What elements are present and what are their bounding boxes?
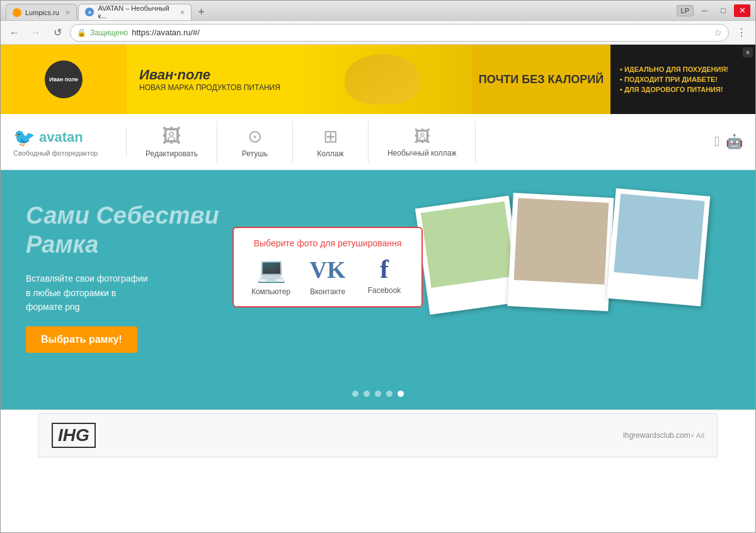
tab-avatan[interactable]: A AVATAN – Необычный к... × <box>78 4 192 20</box>
lock-icon: 🔒 <box>77 28 86 37</box>
bottom-ad: IHG ihgrewardsclub.com × Ad <box>1 410 755 460</box>
browser-window: Lumpics.ru × A AVATAN – Необычный к... ×… <box>0 0 756 533</box>
titlebar: Lumpics.ru × A AVATAN – Необычный к... ×… <box>1 1 755 21</box>
ihg-url: ihgrewardsclub.com <box>623 431 690 440</box>
android-icon: 🤖 <box>726 134 743 150</box>
photo-frame-3 <box>606 188 710 306</box>
ad-bullets-box: • ИДЕАЛЬНО ДЛЯ ПОХУДЕНИЯ! • ПОДХОДИТ ПРИ… <box>610 45 755 114</box>
ad-logo-area: Иван поле <box>1 45 127 114</box>
upload-computer-option[interactable]: 💻 Компьютер <box>249 256 293 296</box>
tab-favicon-lumpics <box>13 8 21 17</box>
apple-icon:  <box>714 134 719 150</box>
nav-edit[interactable]: 🖼 Редактировать <box>127 120 217 163</box>
close-button[interactable]: ✕ <box>734 4 750 17</box>
logo-subtitle: Свободный фоторедактор <box>13 149 98 157</box>
photo-frame-1 <box>415 195 523 314</box>
upload-options: 💻 Компьютер VK Вконтакте f Facebook <box>249 256 406 296</box>
nav-collage[interactable]: ⊞ Коллаж <box>293 121 369 163</box>
photo-frames-area <box>410 189 724 391</box>
logo-bird-icon: 🐦 <box>13 127 35 148</box>
tab-favicon-avatan: A <box>85 8 94 16</box>
upload-facebook-label: Facebook <box>368 286 401 295</box>
hero-section: Сами Себестви Рамка Вставляйте свои фото… <box>1 170 755 410</box>
url-text: https://avatan.ru/#/ <box>132 28 710 37</box>
maximize-button[interactable]: □ <box>715 4 731 17</box>
ad-brand-desc: НОВАЯ МАРКА ПРОДУКТОВ ПИТАНИЯ <box>139 83 280 92</box>
logo[interactable]: 🐦 avatan <box>13 127 83 148</box>
browser-content: Иван поле Иван·поле НОВАЯ МАРКА ПРОДУКТО… <box>1 45 755 532</box>
nav-retouch-label: Ретушь <box>242 149 268 158</box>
site-header: 🐦 avatan Свободный фоторедактор 🖼 Редакт… <box>1 114 755 170</box>
upload-computer-label: Компьютер <box>251 287 290 296</box>
hero-title-line1: Сами Себестви <box>26 202 353 231</box>
ad-bullet-1: • ИДЕАЛЬНО ДЛЯ ПОХУДЕНИЯ! <box>620 66 746 73</box>
logo-area: 🐦 avatan Свободный фоторедактор <box>13 127 127 157</box>
mobile-icons:  🤖 <box>714 134 743 150</box>
ihg-logo: IHG <box>52 423 96 448</box>
photo-frame-2 <box>507 193 614 311</box>
nav-unusual-collage[interactable]: 🖼 Необычный коллаж <box>369 122 476 163</box>
tab-label-lumpics: Lumpics.ru <box>25 9 59 16</box>
nav-retouch-icon: ⊙ <box>248 126 262 147</box>
ad-banner: Иван поле Иван·поле НОВАЯ МАРКА ПРОДУКТО… <box>1 45 755 114</box>
ad-brand-text-area: Иван·поле НОВАЯ МАРКА ПРОДУКТОВ ПИТАНИЯ <box>127 60 293 98</box>
hero-cta-button[interactable]: Выбрать рамку! <box>26 326 137 353</box>
tab-label-avatan: AVATAN – Необычный к... <box>98 4 173 20</box>
nav-edit-label: Редактировать <box>146 149 198 158</box>
nav-edit-icon: 🖼 <box>162 125 181 147</box>
laptop-icon: 💻 <box>256 256 286 284</box>
nav-unusual-icon: 🖼 <box>414 127 430 146</box>
ad-bullet-2: • ПОДХОДИТ ПРИ ДИАБЕТЕ! <box>620 76 746 83</box>
upload-modal: Выберите фото для ретушировання 💻 Компью… <box>232 227 423 307</box>
address-box[interactable]: 🔒 Защищено https://avatan.ru/#/ ☆ <box>70 24 729 42</box>
refresh-button[interactable]: ↺ <box>49 24 66 42</box>
nav-collage-label: Коллаж <box>317 149 343 158</box>
nav-retouch[interactable]: ⊙ Ретушь <box>217 121 293 163</box>
ad-brand-logo: Иван поле <box>45 60 83 98</box>
secure-label: Защищено <box>90 28 128 37</box>
facebook-icon: f <box>380 256 389 282</box>
minimize-button[interactable]: ─ <box>696 4 713 17</box>
window-controls: LP ─ □ ✕ <box>677 4 750 17</box>
nav-collage-icon: ⊞ <box>323 126 338 147</box>
upload-vk-option[interactable]: VK Вконтакте <box>306 256 350 296</box>
ad-highlight-box: ПОЧТИ БЕЗ КАЛОРИЙ <box>472 45 610 114</box>
logo-text: avatan <box>39 129 83 146</box>
upload-vk-label: Вконтакте <box>310 287 345 296</box>
upload-facebook-option[interactable]: f Facebook <box>362 256 406 296</box>
addressbar: ← → ↺ 🔒 Защищено https://avatan.ru/#/ ☆ … <box>1 21 755 45</box>
nav-items: 🖼 Редактировать ⊙ Ретушь ⊞ Коллаж 🖼 Необ… <box>127 120 714 163</box>
browser-menu-button[interactable]: ⋮ <box>733 24 750 42</box>
vk-icon: VK <box>310 256 346 284</box>
hero-right <box>378 170 755 410</box>
back-button[interactable]: ← <box>6 24 23 42</box>
ad-food-image <box>293 45 472 114</box>
tab-close-avatan[interactable]: × <box>180 8 185 17</box>
new-tab-button[interactable]: + <box>193 4 209 20</box>
tab-bar: Lumpics.ru × A AVATAN – Необычный к... ×… <box>6 1 674 20</box>
bottom-ad-close[interactable]: × Ad <box>690 432 704 439</box>
user-label: LP <box>677 5 694 16</box>
ad-highlight-text: ПОЧТИ БЕЗ КАЛОРИЙ <box>479 73 604 86</box>
ad-bullet-3: • ДЛЯ ЗДОРОВОГО ПИТАНИЯ! <box>620 86 746 93</box>
tab-close-lumpics[interactable]: × <box>66 8 71 17</box>
upload-modal-title: Выберите фото для ретушировання <box>249 238 406 248</box>
nav-unusual-label: Необычный коллаж <box>387 149 457 158</box>
ad-brand-name: Иван·поле <box>139 67 280 83</box>
forward-button[interactable]: → <box>27 24 45 42</box>
bookmark-icon[interactable]: ☆ <box>714 27 722 38</box>
bottom-ad-inner: IHG ihgrewardsclub.com × Ad <box>38 413 718 457</box>
tab-lumpics[interactable]: Lumpics.ru × <box>6 4 77 20</box>
ad-close-button[interactable]: × <box>743 47 753 57</box>
